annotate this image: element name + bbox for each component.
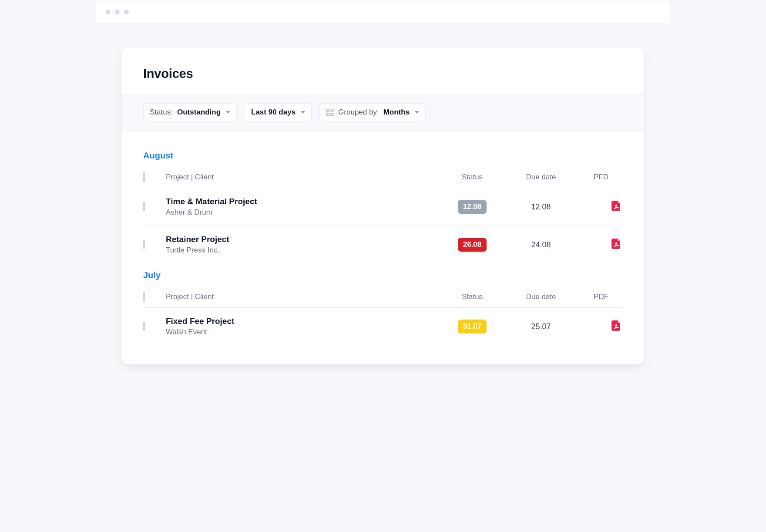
chevron-down-icon <box>415 111 419 114</box>
svg-rect-3 <box>331 113 333 116</box>
browser-titlebar <box>96 0 670 24</box>
filter-groupby-label: Grouped by: <box>338 108 379 117</box>
status-badge: 31.07 <box>458 320 487 333</box>
project-name: Retainer Project <box>166 235 438 244</box>
project-name: Fixed Fee Project <box>166 317 438 326</box>
status-cell: 12.08 <box>442 200 503 214</box>
filter-status-label: Status: <box>150 108 173 117</box>
grid-icon <box>326 108 334 116</box>
filter-status-value: Outstanding <box>177 108 221 117</box>
status-cell: 26.08 <box>442 238 503 252</box>
select-all-checkbox[interactable] <box>143 172 145 182</box>
col-pdf: PDF <box>579 293 623 301</box>
col-status: Status <box>442 293 503 301</box>
due-date-cell: 24.08 <box>506 240 576 249</box>
col-pdf: PFD <box>579 173 623 182</box>
status-badge: 26.08 <box>458 238 487 252</box>
table-header: Project | Client Status Due date PFD <box>143 168 623 188</box>
col-due-date: Due date <box>506 293 576 301</box>
invoices-card: Invoices Status: Outstanding Last 90 day… <box>122 48 644 364</box>
project-cell: Time & Material Project Asher & Drum <box>166 197 438 217</box>
table-row: Time & Material Project Asher & Drum 12.… <box>143 188 623 226</box>
row-checkbox[interactable] <box>143 240 145 249</box>
status-cell: 31.07 <box>442 320 503 333</box>
project-cell: Retainer Project Turtle Press Inc. <box>166 235 438 255</box>
pdf-icon[interactable] <box>611 201 621 211</box>
client-name: Turtle Press Inc. <box>166 246 438 255</box>
due-date-cell: 25.07 <box>506 322 576 331</box>
row-checkbox[interactable] <box>143 202 145 211</box>
invoice-groups-container: August Project | Client Status Due date … <box>122 131 644 364</box>
page-title: Invoices <box>143 67 623 81</box>
col-project-client: Project | Client <box>166 293 438 301</box>
invoice-table: Project | Client Status Due date PDF Fix… <box>143 288 623 345</box>
table-row: Retainer Project Turtle Press Inc. 26.08… <box>143 226 623 263</box>
chevron-down-icon <box>226 111 230 114</box>
card-header: Invoices <box>122 48 644 94</box>
pdf-icon[interactable] <box>611 239 621 249</box>
project-cell: Fixed Fee Project Walsh Event <box>166 317 438 337</box>
svg-rect-1 <box>331 109 333 112</box>
pdf-cell <box>579 320 623 333</box>
table-row: Fixed Fee Project Walsh Event 31.07 25.0… <box>143 308 623 345</box>
pdf-cell <box>579 201 623 213</box>
pdf-icon[interactable] <box>611 320 621 331</box>
project-name: Time & Material Project <box>166 197 438 206</box>
row-checkbox[interactable] <box>143 322 145 331</box>
filter-daterange[interactable]: Last 90 days <box>245 103 312 121</box>
invoice-table: Project | Client Status Due date PFD Tim… <box>143 168 623 263</box>
filters-bar: Status: Outstanding Last 90 days <box>122 94 644 131</box>
browser-frame: Invoices Status: Outstanding Last 90 day… <box>96 0 670 391</box>
status-badge: 12.08 <box>458 200 487 214</box>
window-dot <box>106 10 111 14</box>
filter-status[interactable]: Status: Outstanding <box>143 103 237 121</box>
svg-rect-2 <box>327 113 329 116</box>
table-header: Project | Client Status Due date PDF <box>143 288 623 308</box>
col-due-date: Due date <box>506 173 576 182</box>
filter-daterange-value: Last 90 days <box>251 108 296 117</box>
chevron-down-icon <box>301 111 305 114</box>
filter-groupby-value: Months <box>383 108 410 117</box>
select-all-checkbox[interactable] <box>143 292 145 302</box>
due-date-cell: 12.08 <box>506 202 576 212</box>
window-dot <box>115 10 120 14</box>
col-status: Status <box>442 173 503 182</box>
pdf-cell <box>579 239 623 251</box>
client-name: Asher & Drum <box>166 208 438 217</box>
col-project-client: Project | Client <box>166 173 438 182</box>
stage: Invoices Status: Outstanding Last 90 day… <box>96 24 670 391</box>
window-dot <box>124 10 129 14</box>
svg-rect-0 <box>327 109 329 112</box>
client-name: Walsh Event <box>166 328 438 337</box>
filter-groupby[interactable]: Grouped by: Months <box>319 103 426 121</box>
group-title: August <box>143 151 623 161</box>
group-title: July <box>143 270 623 280</box>
